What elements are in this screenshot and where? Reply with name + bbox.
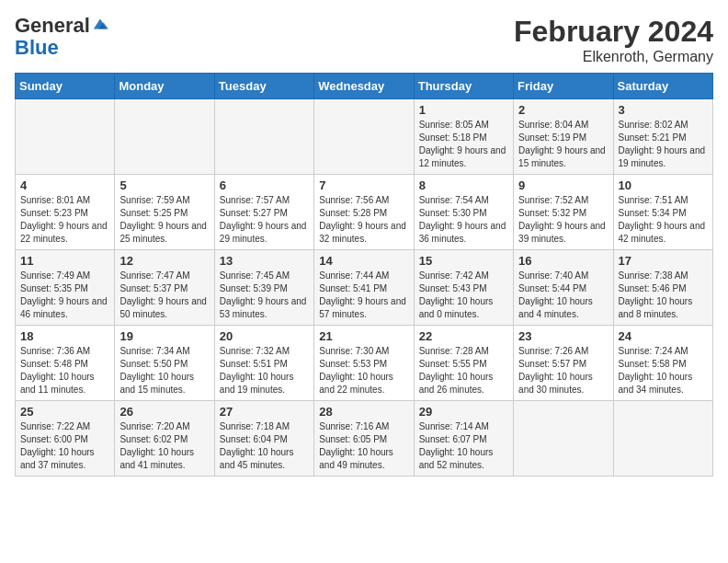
day-number: 9 <box>518 178 608 192</box>
calendar-cell <box>115 99 214 175</box>
day-header-wednesday: Wednesday <box>314 74 414 99</box>
calendar-cell: 7Sunrise: 7:56 AMSunset: 5:28 PMDaylight… <box>314 175 414 250</box>
calendar-cell: 16Sunrise: 7:40 AMSunset: 5:44 PMDayligh… <box>514 250 613 326</box>
day-number: 5 <box>119 178 209 192</box>
day-number: 25 <box>20 405 109 419</box>
day-number: 7 <box>319 178 408 192</box>
days-header-row: SundayMondayTuesdayWednesdayThursdayFrid… <box>16 74 713 99</box>
day-number: 8 <box>419 178 508 192</box>
calendar-week-row: 18Sunrise: 7:36 AMSunset: 5:48 PMDayligh… <box>16 326 713 401</box>
day-info: Sunrise: 7:45 AMSunset: 5:39 PMDaylight:… <box>220 270 309 321</box>
logo: General Blue <box>15 15 108 59</box>
day-info: Sunrise: 7:56 AMSunset: 5:28 PMDaylight:… <box>319 194 408 246</box>
calendar-cell: 3Sunrise: 8:02 AMSunset: 5:21 PMDaylight… <box>613 99 712 175</box>
day-number: 26 <box>119 405 209 419</box>
day-header-tuesday: Tuesday <box>214 74 313 99</box>
day-number: 15 <box>419 254 508 268</box>
logo-icon <box>92 16 108 32</box>
calendar-cell: 4Sunrise: 8:01 AMSunset: 5:23 PMDaylight… <box>16 175 115 250</box>
calendar-cell: 19Sunrise: 7:34 AMSunset: 5:50 PMDayligh… <box>115 326 214 401</box>
day-number: 4 <box>20 178 109 192</box>
day-number: 18 <box>20 329 109 343</box>
day-number: 17 <box>619 254 708 268</box>
day-info: Sunrise: 7:57 AMSunset: 5:27 PMDaylight:… <box>220 194 309 246</box>
day-info: Sunrise: 7:26 AMSunset: 5:57 PMDaylight:… <box>518 345 608 396</box>
day-number: 16 <box>518 254 608 268</box>
calendar-week-row: 25Sunrise: 7:22 AMSunset: 6:00 PMDayligh… <box>16 401 713 477</box>
calendar-cell <box>314 99 414 175</box>
calendar-cell: 28Sunrise: 7:16 AMSunset: 6:05 PMDayligh… <box>314 401 414 477</box>
day-number: 11 <box>20 254 109 268</box>
day-number: 14 <box>319 254 408 268</box>
day-info: Sunrise: 7:18 AMSunset: 6:04 PMDaylight:… <box>220 420 309 472</box>
day-header-friday: Friday <box>514 74 613 99</box>
day-header-saturday: Saturday <box>613 74 712 99</box>
day-number: 1 <box>419 103 508 117</box>
day-info: Sunrise: 7:51 AMSunset: 5:34 PMDaylight:… <box>619 194 708 246</box>
day-number: 10 <box>619 178 708 192</box>
day-number: 29 <box>419 405 508 419</box>
calendar-cell: 10Sunrise: 7:51 AMSunset: 5:34 PMDayligh… <box>613 175 712 250</box>
calendar-cell: 21Sunrise: 7:30 AMSunset: 5:53 PMDayligh… <box>314 326 414 401</box>
day-info: Sunrise: 7:49 AMSunset: 5:35 PMDaylight:… <box>20 270 109 321</box>
calendar-cell: 26Sunrise: 7:20 AMSunset: 6:02 PMDayligh… <box>115 401 214 477</box>
day-number: 23 <box>518 329 608 343</box>
day-info: Sunrise: 7:22 AMSunset: 6:00 PMDaylight:… <box>20 420 109 472</box>
day-number: 24 <box>619 329 708 343</box>
day-info: Sunrise: 7:24 AMSunset: 5:58 PMDaylight:… <box>619 345 708 396</box>
day-number: 20 <box>220 329 309 343</box>
calendar-cell: 22Sunrise: 7:28 AMSunset: 5:55 PMDayligh… <box>414 326 513 401</box>
day-info: Sunrise: 7:30 AMSunset: 5:53 PMDaylight:… <box>319 345 408 396</box>
day-info: Sunrise: 7:28 AMSunset: 5:55 PMDaylight:… <box>419 345 508 396</box>
calendar-cell <box>514 401 613 477</box>
calendar-cell: 20Sunrise: 7:32 AMSunset: 5:51 PMDayligh… <box>214 326 313 401</box>
day-number: 2 <box>518 103 608 117</box>
calendar-cell: 27Sunrise: 7:18 AMSunset: 6:04 PMDayligh… <box>214 401 313 477</box>
calendar-cell: 11Sunrise: 7:49 AMSunset: 5:35 PMDayligh… <box>16 250 115 326</box>
calendar-cell: 12Sunrise: 7:47 AMSunset: 5:37 PMDayligh… <box>115 250 214 326</box>
day-info: Sunrise: 7:59 AMSunset: 5:25 PMDaylight:… <box>119 194 209 246</box>
calendar-cell: 14Sunrise: 7:44 AMSunset: 5:41 PMDayligh… <box>314 250 414 326</box>
day-number: 12 <box>119 254 209 268</box>
calendar-cell: 23Sunrise: 7:26 AMSunset: 5:57 PMDayligh… <box>514 326 613 401</box>
day-number: 27 <box>220 405 309 419</box>
logo-general-text: General <box>15 15 90 37</box>
day-info: Sunrise: 8:02 AMSunset: 5:21 PMDaylight:… <box>619 119 708 170</box>
calendar-cell: 13Sunrise: 7:45 AMSunset: 5:39 PMDayligh… <box>214 250 313 326</box>
calendar-cell: 8Sunrise: 7:54 AMSunset: 5:30 PMDaylight… <box>414 175 513 250</box>
day-header-sunday: Sunday <box>16 74 115 99</box>
calendar-cell: 24Sunrise: 7:24 AMSunset: 5:58 PMDayligh… <box>613 326 712 401</box>
month-year-title: February 2024 <box>514 15 713 49</box>
day-number: 3 <box>619 103 708 117</box>
day-number: 21 <box>319 329 408 343</box>
day-number: 22 <box>419 329 508 343</box>
calendar-week-row: 4Sunrise: 8:01 AMSunset: 5:23 PMDaylight… <box>16 175 713 250</box>
day-info: Sunrise: 8:04 AMSunset: 5:19 PMDaylight:… <box>518 119 608 170</box>
day-header-monday: Monday <box>115 74 214 99</box>
calendar-cell <box>16 99 115 175</box>
calendar-cell: 5Sunrise: 7:59 AMSunset: 5:25 PMDaylight… <box>115 175 214 250</box>
location-subtitle: Elkenroth, Germany <box>514 49 713 65</box>
day-number: 13 <box>220 254 309 268</box>
day-number: 28 <box>319 405 408 419</box>
calendar-cell: 6Sunrise: 7:57 AMSunset: 5:27 PMDaylight… <box>214 175 313 250</box>
calendar-cell: 2Sunrise: 8:04 AMSunset: 5:19 PMDaylight… <box>514 99 613 175</box>
header: General Blue February 2024 Elkenroth, Ge… <box>15 15 713 65</box>
calendar-cell: 15Sunrise: 7:42 AMSunset: 5:43 PMDayligh… <box>414 250 513 326</box>
day-info: Sunrise: 7:44 AMSunset: 5:41 PMDaylight:… <box>319 270 408 321</box>
calendar-cell: 1Sunrise: 8:05 AMSunset: 5:18 PMDaylight… <box>414 99 513 175</box>
day-info: Sunrise: 7:47 AMSunset: 5:37 PMDaylight:… <box>119 270 209 321</box>
day-info: Sunrise: 7:20 AMSunset: 6:02 PMDaylight:… <box>119 420 209 472</box>
calendar-table: SundayMondayTuesdayWednesdayThursdayFrid… <box>15 73 713 477</box>
day-header-thursday: Thursday <box>414 74 513 99</box>
calendar-cell: 17Sunrise: 7:38 AMSunset: 5:46 PMDayligh… <box>613 250 712 326</box>
day-info: Sunrise: 7:42 AMSunset: 5:43 PMDaylight:… <box>419 270 508 321</box>
day-info: Sunrise: 8:01 AMSunset: 5:23 PMDaylight:… <box>20 194 109 246</box>
day-info: Sunrise: 7:36 AMSunset: 5:48 PMDaylight:… <box>20 345 109 396</box>
title-area: February 2024 Elkenroth, Germany <box>514 15 713 65</box>
day-info: Sunrise: 7:14 AMSunset: 6:07 PMDaylight:… <box>419 420 508 472</box>
day-info: Sunrise: 7:40 AMSunset: 5:44 PMDaylight:… <box>518 270 608 321</box>
calendar-cell <box>214 99 313 175</box>
logo-blue-text: Blue <box>15 37 108 59</box>
day-info: Sunrise: 8:05 AMSunset: 5:18 PMDaylight:… <box>419 119 508 170</box>
